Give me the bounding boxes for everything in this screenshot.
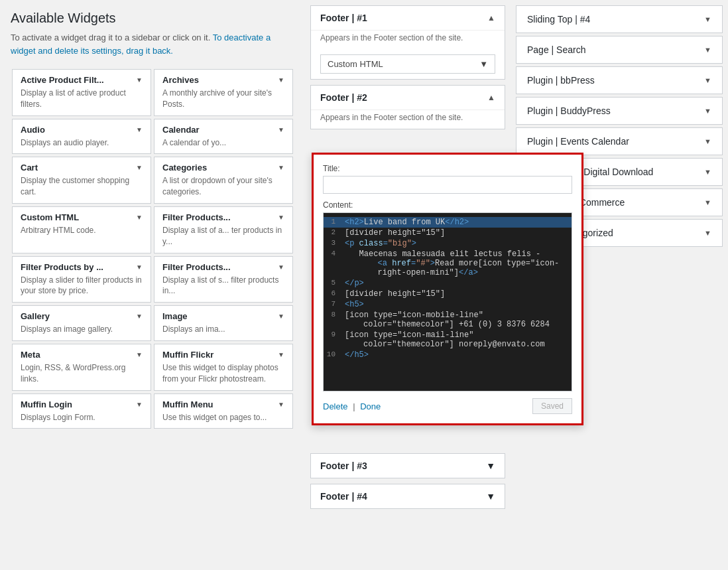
plugin-bbpress-section: Plugin | bbPress ▼	[516, 66, 723, 94]
saved-button: Saved	[532, 398, 572, 414]
chevron-down-icon[interactable]: ▼	[704, 46, 711, 54]
plugin-events-header[interactable]: Plugin | Events Calendar ▼	[516, 128, 722, 155]
deactivate-link[interactable]: To deactivate a widget and delete its se…	[11, 33, 271, 56]
chevron-up-icon[interactable]: ▲	[487, 93, 495, 102]
widget-muffin-menu[interactable]: Muffin Menu ▼ Use this widget on pages t…	[154, 393, 293, 429]
panel-title: Available Widgets	[11, 11, 294, 26]
footer-4-title: Footer | #4	[320, 491, 367, 502]
widget-cart[interactable]: Cart ▼ Display the customer shopping car…	[12, 157, 151, 204]
chevron-down-icon[interactable]: ▼	[278, 214, 284, 221]
chevron-down-icon[interactable]: ▼	[136, 313, 143, 320]
page-search-header[interactable]: Page | Search ▼	[516, 36, 722, 63]
chevron-down-icon[interactable]: ▼	[278, 313, 284, 320]
panel-description: To activate a widget drag it to a sideba…	[11, 31, 294, 57]
chevron-down-icon[interactable]: ▼	[704, 107, 711, 115]
widget-grid: Active Product Filt... ▼ Display a list …	[11, 68, 294, 430]
modal-actions: Delete | Done	[323, 401, 381, 411]
widget-meta[interactable]: Meta ▼ Login, RSS, & WordPress.org links…	[12, 344, 151, 391]
chevron-down-icon[interactable]: ▼	[704, 168, 711, 176]
chevron-down-icon[interactable]: ▼	[704, 229, 711, 237]
widget-archives[interactable]: Archives ▼ A monthly archive of your sit…	[154, 69, 293, 116]
page-search-title: Page | Search	[527, 44, 585, 55]
widget-active-product-filter[interactable]: Active Product Filt... ▼ Display a list …	[12, 69, 151, 116]
footer-2-title: Footer | #2	[320, 92, 367, 103]
plugin-buddypress-header[interactable]: Plugin | BuddyPress ▼	[516, 98, 722, 124]
title-input[interactable]	[323, 176, 572, 194]
code-line-7: 7 <h5>	[324, 299, 572, 310]
chevron-down-icon[interactable]: ▼	[704, 76, 711, 84]
chevron-down-icon[interactable]: ▼	[704, 198, 711, 206]
chevron-down-icon[interactable]: ▼	[278, 126, 284, 133]
widget-muffin-flickr[interactable]: Muffin Flickr ▼ Use this widget to displ…	[154, 344, 293, 391]
custom-html-modal: Title: Content: 1 <h2>Live band from UK<…	[312, 153, 583, 425]
chevron-down-icon[interactable]: ▼	[278, 401, 284, 408]
footer-1-header[interactable]: Footer | #1 ▲	[311, 6, 505, 30]
footer-4-header[interactable]: Footer | #4 ▼	[311, 484, 505, 508]
code-editor[interactable]: 1 <h2>Live band from UK</h2> 2 [divider …	[323, 212, 572, 392]
plugin-buddypress-section: Plugin | BuddyPress ▼	[516, 97, 723, 125]
custom-html-dropdown[interactable]: Custom HTML ▼	[320, 54, 495, 74]
content-label: Content:	[323, 200, 572, 210]
chevron-down-icon[interactable]: ▼	[136, 351, 143, 358]
chevron-down-icon: ▼	[479, 59, 488, 69]
footer-3-title: Footer | #3	[320, 461, 367, 471]
footer-panel: Footer | #1 ▲ Appears in the Footer sect…	[305, 0, 511, 570]
modal-footer: Delete | Done Saved	[323, 398, 572, 414]
footer-4-section: Footer | #4 ▼	[310, 484, 505, 509]
plugin-bbpress-header[interactable]: Plugin | bbPress ▼	[516, 67, 722, 94]
code-line-6: 6 [divider height="15"]	[324, 289, 572, 299]
plugin-events-title: Plugin | Events Calendar	[527, 136, 629, 147]
chevron-down-icon[interactable]: ▼	[278, 164, 284, 171]
footer-3-header[interactable]: Footer | #3 ▼	[311, 454, 505, 478]
code-line-9: 9 [icon type="icon-mail-line"color="them…	[324, 330, 572, 350]
chevron-down-icon[interactable]: ▼	[278, 263, 284, 271]
chevron-down-icon: ▼	[486, 491, 495, 502]
footer-1-subtitle: Appears in the Footer section of the sit…	[311, 30, 505, 49]
footer-1-section: Footer | #1 ▲ Appears in the Footer sect…	[310, 5, 505, 80]
widget-categories[interactable]: Categories ▼ A list or dropdown of your …	[154, 157, 293, 204]
chevron-down-icon[interactable]: ▼	[136, 164, 143, 171]
widget-audio[interactable]: Audio ▼ Displays an audio player.	[12, 119, 151, 155]
code-line-5: 5 </p>	[324, 278, 572, 289]
chevron-down-icon[interactable]: ▼	[136, 401, 143, 408]
footer-2-section: Footer | #2 ▲ Appears in the Footer sect…	[310, 85, 505, 129]
sliding-top-header[interactable]: Sliding Top | #4 ▼	[516, 6, 722, 33]
widget-filter-products2[interactable]: Filter Products... ▼ Display a list of s…	[154, 256, 293, 303]
chevron-down-icon[interactable]: ▼	[136, 263, 143, 271]
chevron-down-icon[interactable]: ▼	[136, 126, 143, 133]
plugin-buddypress-title: Plugin | BuddyPress	[527, 106, 611, 116]
code-line-10: 10 </h5>	[324, 350, 572, 360]
available-widgets-panel: Available Widgets To activate a widget d…	[0, 0, 305, 570]
sliding-top-title: Sliding Top | #4	[527, 14, 590, 25]
plugin-bbpress-title: Plugin | bbPress	[527, 75, 595, 86]
code-line-1: 1 <h2>Live band from UK</h2>	[324, 217, 572, 228]
footer-2-header[interactable]: Footer | #2 ▲	[311, 86, 505, 109]
code-line-2: 2 [divider height="15"]	[324, 228, 572, 238]
plugin-events-section: Plugin | Events Calendar ▼	[516, 127, 723, 155]
widget-image[interactable]: Image ▼ Displays an ima...	[154, 305, 293, 341]
code-line-3: 3 <p class="big">	[324, 238, 572, 249]
chevron-down-icon[interactable]: ▼	[278, 76, 284, 84]
delete-link[interactable]: Delete	[323, 401, 348, 411]
done-link[interactable]: Done	[360, 401, 381, 411]
custom-html-label: Custom HTML	[328, 59, 383, 69]
widget-calendar[interactable]: Calendar ▼ A calendar of yo...	[154, 119, 293, 155]
widget-filter-products-by[interactable]: Filter Products by ... ▼ Display a slide…	[12, 256, 151, 303]
title-label: Title:	[323, 164, 572, 173]
footer-1-title: Footer | #1	[320, 13, 367, 23]
chevron-down-icon[interactable]: ▼	[704, 137, 711, 145]
footer-3-section: Footer | #3 ▼	[310, 453, 505, 478]
widget-filter-products[interactable]: Filter Products... ▼ Display a list of a…	[154, 206, 293, 253]
widget-muffin-login[interactable]: Muffin Login ▼ Displays Login Form.	[12, 393, 151, 429]
widget-gallery[interactable]: Gallery ▼ Displays an image gallery.	[12, 305, 151, 341]
chevron-down-icon[interactable]: ▼	[278, 351, 284, 358]
footer-2-subtitle: Appears in the Footer section of the sit…	[311, 109, 505, 129]
chevron-down-icon[interactable]: ▼	[136, 76, 143, 84]
widget-custom-html[interactable]: Custom HTML ▼ Arbitrary HTML code.	[12, 206, 151, 253]
chevron-down-icon[interactable]: ▼	[136, 214, 143, 221]
chevron-up-icon[interactable]: ▲	[487, 13, 495, 23]
chevron-down-icon: ▼	[486, 461, 495, 471]
code-line-8: 8 [icon type="icon-mobile-line"color="th…	[324, 310, 572, 330]
sliding-top-section: Sliding Top | #4 ▼	[516, 5, 723, 33]
chevron-down-icon[interactable]: ▼	[704, 15, 711, 23]
